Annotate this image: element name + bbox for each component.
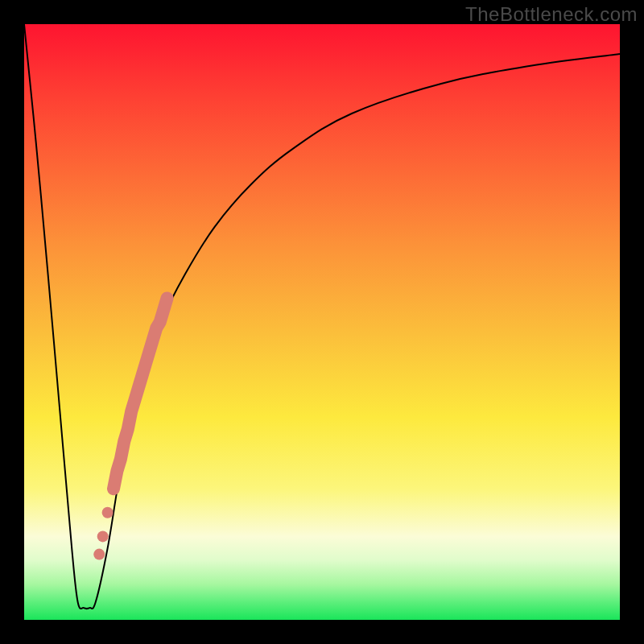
highlight-dot [102, 507, 114, 518]
highlight-band [114, 298, 167, 489]
highlight-dot [93, 549, 105, 560]
chart-frame: TheBottleneck.com [0, 0, 644, 644]
bottleneck-curve-path [24, 24, 620, 609]
watermark-text: TheBottleneck.com [465, 3, 638, 26]
plot-area [24, 24, 620, 620]
curve-layer [24, 24, 620, 609]
chart-svg [24, 24, 620, 620]
marker-layer [93, 298, 167, 559]
highlight-dot [97, 530, 109, 542]
